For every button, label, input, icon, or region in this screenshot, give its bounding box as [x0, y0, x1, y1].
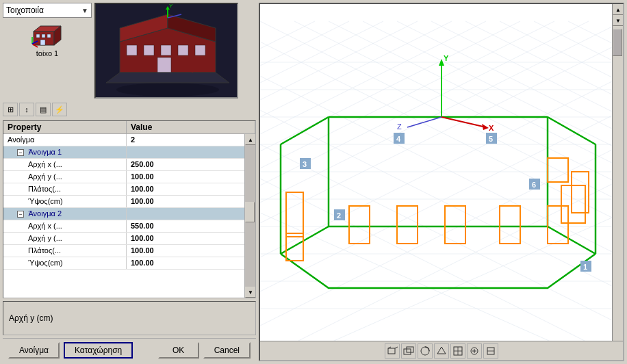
prop-value: 100.00 [127, 171, 244, 183]
prop-name: Αρχή y (... [3, 171, 127, 183]
vp-btn-2[interactable] [401, 343, 416, 359]
scroll-down-icon[interactable]: ▼ [613, 15, 624, 26]
viewport-scrollbar[interactable]: ▲ ▼ [612, 4, 623, 341]
toolbar-grid-btn[interactable]: ⊞ [3, 103, 18, 116]
svg-text:5: 5 [489, 135, 493, 143]
prop-name: Αρχή y (... [3, 233, 127, 244]
prop-value [127, 146, 244, 158]
prop-name: Αρχή x (... [3, 220, 127, 232]
svg-text:Y: Y [169, 4, 173, 9]
svg-rect-15 [127, 45, 137, 55]
prop-name: Πλάτος(... [3, 183, 127, 195]
scroll-down-btn[interactable]: ▼ [245, 287, 255, 298]
vp-btn-4[interactable] [434, 343, 449, 359]
ok-button[interactable]: OK [158, 342, 199, 359]
svg-rect-116 [407, 347, 413, 352]
description-text: Αρχή y (cm) [9, 313, 53, 323]
bottom-buttons: Ανοίγμα Καταχώρηση OK Cancel [3, 338, 256, 361]
properties-panel: Property Value Ανοίγμα 2 − [3, 120, 256, 298]
wall-type-dropdown[interactable]: Τοιχοποιία ▼ [3, 3, 92, 18]
table-row[interactable]: − Άνοιγμα 2 [3, 208, 244, 220]
prop-scrollbar: ▲ ▼ [244, 134, 255, 298]
vp-btn-5[interactable] [450, 343, 465, 359]
prop-value: 100.00 [127, 257, 244, 269]
svg-rect-6 [40, 40, 45, 45]
svg-text:3: 3 [303, 160, 307, 168]
table-row[interactable]: − Άνοιγμα 1 [3, 146, 244, 159]
prop-value: 100.00 [127, 183, 244, 195]
kataxorisi-button[interactable]: Καταχώρηση [64, 342, 133, 359]
prop-table-header: Property Value [3, 121, 255, 134]
prop-name: Ύψος(cm) [3, 257, 127, 269]
cancel-button[interactable]: Cancel [203, 342, 251, 359]
vp-btn-1[interactable] [385, 343, 400, 359]
3d-viewport[interactable]: Y X Z 1 2 3 4 5 6 [259, 3, 624, 361]
toolbar-table-btn[interactable]: ▤ [36, 103, 51, 116]
prop-col-header: Property [3, 121, 127, 133]
prop-name: Ύψος(cm) [3, 196, 127, 207]
svg-marker-28 [106, 73, 229, 83]
table-row[interactable]: Ύψος(cm) 100.00 [3, 257, 244, 270]
vp-btn-7[interactable] [483, 343, 498, 359]
svg-text:X: X [489, 124, 494, 132]
svg-rect-5 [47, 34, 51, 38]
prop-value: 2 [127, 134, 244, 146]
scroll-track [245, 145, 255, 287]
description-area: Αρχή y (cm) [3, 301, 256, 335]
scroll-thumb[interactable] [245, 202, 255, 222]
prop-value: 550.00 [127, 220, 244, 232]
svg-rect-18 [178, 45, 188, 55]
toolbar-sort-btn[interactable]: ↕ [19, 103, 34, 116]
main-window: Τοιχοποιία ▼ [0, 0, 627, 364]
prop-name: Ανοίγμα [3, 134, 127, 146]
table-row[interactable]: Ύψος(cm) 100.00 [3, 196, 244, 208]
dropdown-arrow-icon: ▼ [81, 7, 88, 14]
svg-rect-4 [42, 34, 45, 38]
svg-text:Y: Y [444, 54, 449, 62]
prop-name: Πλάτος(... [3, 245, 127, 257]
prop-value: 250.00 [127, 159, 244, 170]
dropdown-label: Τοιχοποιία [6, 5, 44, 15]
anoigma-button[interactable]: Ανοίγμα [8, 342, 60, 359]
value-col-header: Value [127, 121, 255, 133]
table-row[interactable]: Αρχή x (... 250.00 [3, 159, 244, 171]
svg-text:4: 4 [396, 135, 401, 143]
svg-text:2: 2 [337, 211, 341, 220]
section-label: Άνοιγμα 1 [28, 148, 62, 156]
table-row[interactable]: Αρχή y (... 100.00 [3, 233, 244, 245]
svg-marker-118 [437, 347, 446, 354]
svg-text:6: 6 [532, 181, 536, 189]
prop-name: Αρχή x (... [3, 159, 127, 170]
right-button-group: OK Cancel [158, 342, 251, 359]
svg-rect-17 [161, 45, 171, 55]
scroll-up-icon[interactable]: ▲ [613, 4, 624, 15]
table-row[interactable]: Πλάτος(... 100.00 [3, 245, 244, 257]
svg-rect-115 [404, 349, 411, 354]
table-row[interactable]: Ανοίγμα 2 [3, 134, 244, 146]
svg-text:Z: Z [397, 122, 402, 131]
svg-rect-19 [195, 45, 205, 55]
vp-btn-3[interactable] [418, 343, 433, 359]
prop-section-name: − Άνοιγμα 2 [3, 208, 127, 220]
properties-toolbar: ⊞ ↕ ▤ ⚡ [3, 101, 256, 118]
scroll-up-btn[interactable]: ▲ [245, 134, 255, 145]
prop-value [127, 208, 244, 220]
viewport-svg: Y X Z 1 2 3 4 5 6 [260, 4, 623, 360]
table-row[interactable]: Αρχή x (... 550.00 [3, 220, 244, 233]
table-row[interactable]: Αρχή y (... 100.00 [3, 171, 244, 183]
building-preview-icon [31, 23, 64, 48]
vp-btn-6[interactable] [467, 343, 482, 359]
section-label: Άνοιγμα 2 [28, 209, 62, 218]
svg-rect-3 [36, 34, 40, 38]
svg-rect-20 [157, 57, 171, 73]
3d-thumbnail: Ly1 [94, 3, 238, 99]
svg-rect-112 [388, 348, 395, 354]
left-button-group: Ανοίγμα Καταχώρηση [8, 342, 133, 359]
collapse-icon[interactable]: − [17, 149, 24, 156]
collapse-icon[interactable]: − [17, 211, 24, 218]
toolbar-lightning-btn[interactable]: ⚡ [52, 103, 67, 116]
svg-rect-16 [144, 45, 154, 55]
table-row[interactable]: Πλάτος(... 100.00 [3, 183, 244, 196]
scroll-thumb[interactable] [613, 29, 622, 56]
viewport-toolbar [260, 341, 623, 360]
